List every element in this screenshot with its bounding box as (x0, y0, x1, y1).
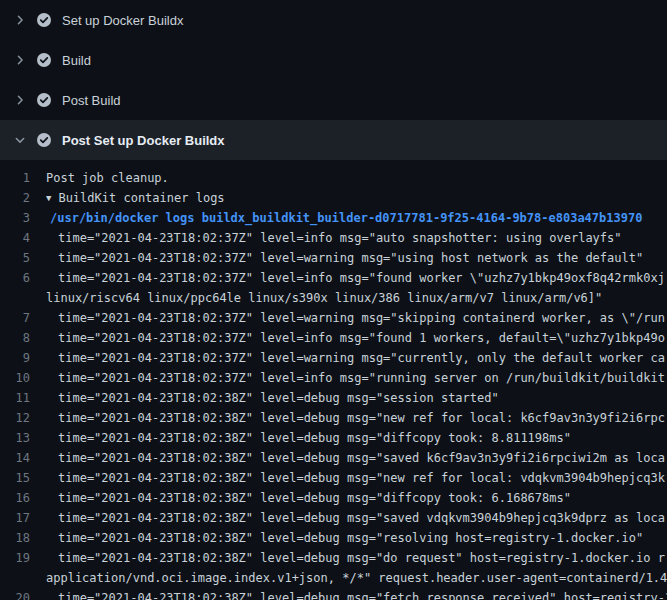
step-sections: Set up Docker Buildx Build P (0, 0, 667, 160)
step-section-label: Set up Docker Buildx (62, 13, 183, 28)
step-section-post-build[interactable]: Post Build (0, 80, 667, 120)
step-status-check-icon (36, 92, 52, 108)
log-line-number[interactable]: 13 (0, 428, 46, 448)
step-section-label: Post Build (62, 93, 121, 108)
log-line-number[interactable]: 20 (0, 588, 46, 600)
log-line: 20 time="2021-04-23T18:02:38Z" level=deb… (0, 588, 667, 600)
log-line: 15 time="2021-04-23T18:02:38Z" level=deb… (0, 468, 667, 488)
log-line: 14 time="2021-04-23T18:02:38Z" level=deb… (0, 448, 667, 468)
chevron-icon[interactable] (12, 92, 28, 108)
log-line-number[interactable]: 8 (0, 328, 46, 348)
step-section-set-up-docker-buildx[interactable]: Set up Docker Buildx (0, 0, 667, 40)
log-line: 19 time="2021-04-23T18:02:38Z" level=deb… (0, 548, 667, 568)
log-line-number[interactable]: 17 (0, 508, 46, 528)
log-line: linux/riscv64 linux/ppc64le linux/s390x … (0, 288, 667, 308)
log-line-number[interactable] (0, 288, 46, 308)
log-line-text: time="2021-04-23T18:02:38Z" level=debug … (46, 448, 667, 468)
log-line-number[interactable]: 1 (0, 168, 46, 188)
log-line-text: time="2021-04-23T18:02:37Z" level=info m… (46, 268, 667, 288)
log-line-text: ▼BuildKit container logs (46, 188, 667, 208)
log-line-number[interactable]: 4 (0, 228, 46, 248)
log-line: 1 Post job cleanup. (0, 168, 667, 188)
log-line: 16 time="2021-04-23T18:02:38Z" level=deb… (0, 488, 667, 508)
log-line-number[interactable]: 19 (0, 548, 46, 568)
log-line: 13 time="2021-04-23T18:02:38Z" level=deb… (0, 428, 667, 448)
log-line-text: time="2021-04-23T18:02:37Z" level=warnin… (46, 348, 667, 368)
log-line: 4 time="2021-04-23T18:02:37Z" level=info… (0, 228, 667, 248)
log-line: 12 time="2021-04-23T18:02:38Z" level=deb… (0, 408, 667, 428)
log-line-number[interactable]: 9 (0, 348, 46, 368)
log-line-text: time="2021-04-23T18:02:38Z" level=debug … (46, 548, 667, 568)
log-line-text: time="2021-04-23T18:02:38Z" level=debug … (46, 408, 667, 428)
log-line-text: /usr/bin/docker logs buildx_buildkit_bui… (46, 208, 667, 228)
log-line: 11 time="2021-04-23T18:02:38Z" level=deb… (0, 388, 667, 408)
log-line-text: time="2021-04-23T18:02:37Z" level=info m… (46, 368, 667, 388)
log-line-number[interactable]: 3 (0, 208, 46, 228)
log-line-number[interactable]: 16 (0, 488, 46, 508)
step-section-post-set-up-docker-buildx[interactable]: Post Set up Docker Buildx (0, 120, 667, 160)
log-line: 6 time="2021-04-23T18:02:37Z" level=info… (0, 268, 667, 288)
log-group-label[interactable]: BuildKit container logs (58, 191, 224, 205)
log-line-text: time="2021-04-23T18:02:38Z" level=debug … (46, 468, 667, 488)
step-status-check-icon (36, 132, 52, 148)
log-line-number[interactable]: 12 (0, 408, 46, 428)
log-line: 5 time="2021-04-23T18:02:37Z" level=warn… (0, 248, 667, 268)
log-line-text: time="2021-04-23T18:02:38Z" level=debug … (46, 488, 667, 508)
log-line: application/vnd.oci.image.index.v1+json,… (0, 568, 667, 588)
log-line: 9 time="2021-04-23T18:02:37Z" level=warn… (0, 348, 667, 368)
log-line-text: Post job cleanup. (46, 168, 667, 188)
step-section-label: Build (62, 53, 91, 68)
chevron-icon[interactable] (12, 52, 28, 68)
log-line: 8 time="2021-04-23T18:02:37Z" level=info… (0, 328, 667, 348)
log-line-text: time="2021-04-23T18:02:38Z" level=debug … (46, 528, 667, 548)
log-line: 10 time="2021-04-23T18:02:37Z" level=inf… (0, 368, 667, 388)
log-line-text: time="2021-04-23T18:02:37Z" level=info m… (46, 228, 667, 248)
log-line-text: time="2021-04-23T18:02:38Z" level=debug … (46, 508, 667, 528)
log-line: 18 time="2021-04-23T18:02:38Z" level=deb… (0, 528, 667, 548)
log-line-number[interactable]: 15 (0, 468, 46, 488)
log-line-number[interactable]: 10 (0, 368, 46, 388)
log-line-number[interactable]: 18 (0, 528, 46, 548)
chevron-icon[interactable] (12, 12, 28, 28)
log-line-text: time="2021-04-23T18:02:38Z" level=debug … (46, 588, 667, 600)
log-line: 3 /usr/bin/docker logs buildx_buildkit_b… (0, 208, 667, 228)
log-line-number[interactable]: 5 (0, 248, 46, 268)
step-status-check-icon (36, 12, 52, 28)
log-line-number[interactable]: 7 (0, 308, 46, 328)
log-line-text: time="2021-04-23T18:02:37Z" level=warnin… (46, 308, 667, 328)
log-line-text: time="2021-04-23T18:02:38Z" level=debug … (46, 388, 667, 408)
log-line-text: time="2021-04-23T18:02:37Z" level=info m… (46, 328, 667, 348)
log-group-caret-icon[interactable]: ▼ (46, 188, 51, 208)
log-line-number[interactable]: 14 (0, 448, 46, 468)
log-line-text: time="2021-04-23T18:02:38Z" level=debug … (46, 428, 667, 448)
log-area: 1 Post job cleanup. 2 ▼BuildKit containe… (0, 160, 667, 600)
step-section-build[interactable]: Build (0, 40, 667, 80)
log-line: 2 ▼BuildKit container logs (0, 188, 667, 208)
log-line-number[interactable]: 6 (0, 268, 46, 288)
log-line-number[interactable] (0, 568, 46, 588)
chevron-icon[interactable] (12, 132, 28, 148)
log-line-number[interactable]: 2 (0, 188, 46, 208)
log-line-number[interactable]: 11 (0, 388, 46, 408)
log-line-text: application/vnd.oci.image.index.v1+json,… (46, 568, 667, 588)
step-status-check-icon (36, 52, 52, 68)
log-line: 17 time="2021-04-23T18:02:38Z" level=deb… (0, 508, 667, 528)
step-section-label: Post Set up Docker Buildx (62, 133, 225, 148)
actions-log-viewer: Set up Docker Buildx Build P (0, 0, 667, 600)
log-line-text: time="2021-04-23T18:02:37Z" level=warnin… (46, 248, 667, 268)
log-line-text: linux/riscv64 linux/ppc64le linux/s390x … (46, 288, 667, 308)
log-line: 7 time="2021-04-23T18:02:37Z" level=warn… (0, 308, 667, 328)
